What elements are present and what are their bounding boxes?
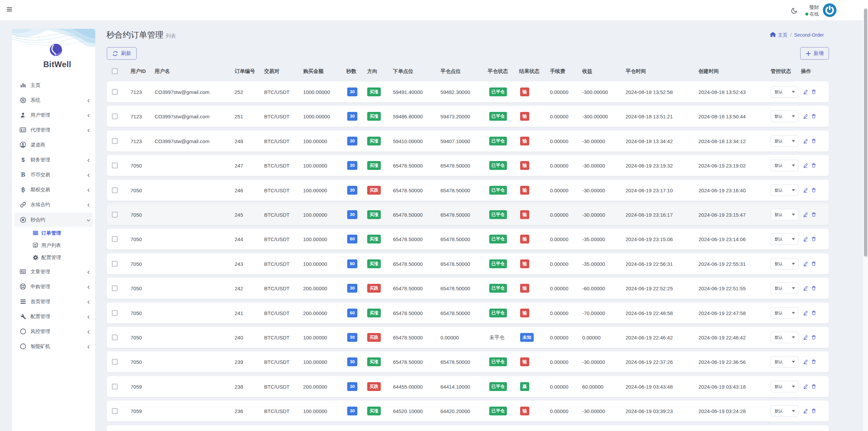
svg-text:B: B	[21, 172, 25, 178]
svg-text:$: $	[21, 157, 25, 163]
svg-text:B: B	[21, 187, 25, 192]
